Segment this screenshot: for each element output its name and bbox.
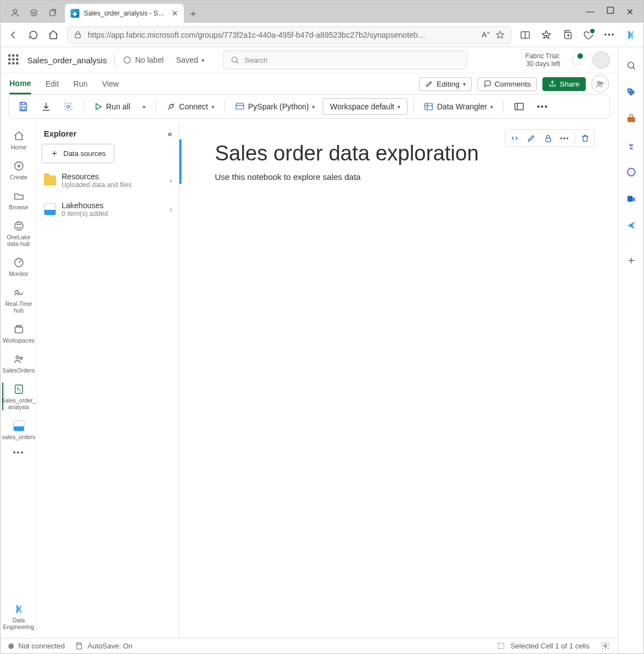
cell-toolbar: ••• <box>505 129 595 147</box>
environment-selector[interactable]: Workspace default ▾ <box>323 98 407 115</box>
add-sidebar-icon[interactable]: ＋ <box>625 254 637 266</box>
lakehouse-icon <box>44 203 56 215</box>
outlook-icon[interactable] <box>625 193 637 205</box>
search-icon[interactable] <box>625 59 637 72</box>
favorites-icon[interactable] <box>540 29 552 41</box>
new-tab-button[interactable]: ＋ <box>184 4 203 23</box>
split-screen-icon[interactable] <box>519 29 531 41</box>
run-all-button[interactable]: Run all <box>89 100 135 113</box>
site-info-icon[interactable] <box>73 31 82 39</box>
window-close-icon[interactable]: ✕ <box>626 7 633 17</box>
trial-progress-icon[interactable] <box>570 54 582 66</box>
autosave-status[interactable]: AutoSave: On <box>75 642 133 650</box>
rail-salesorders[interactable]: SalesOrders <box>2 349 36 377</box>
collections-icon[interactable] <box>561 29 573 41</box>
nav-refresh-icon[interactable] <box>27 29 39 41</box>
browser-address-bar: https://app.fabric.microsoft.com/groups/… <box>1 23 643 47</box>
chevron-down-icon: ▾ <box>202 57 204 63</box>
save-status[interactable]: · Saved ▾ <box>172 56 204 64</box>
rail-more[interactable]: ••• <box>2 446 36 459</box>
workspaces-browser-icon[interactable] <box>28 7 39 18</box>
tab-title: Sales_order_analysis - Synapse D <box>84 9 167 17</box>
rail-analysis[interactable]: Sales_order_ analysis <box>2 379 36 414</box>
rail-onelake[interactable]: OneLake data hub <box>2 216 36 250</box>
rail-monitor[interactable]: Monitor <box>2 253 36 280</box>
rail-realtime[interactable]: Real-Time hub <box>2 283 36 317</box>
language-selector[interactable]: PySpark (Python) ▾ <box>230 99 320 114</box>
ribbon-tab-edit[interactable]: Edit <box>46 73 59 94</box>
data-sources-button[interactable]: ＋ Data sources <box>42 144 114 163</box>
favorite-star-icon[interactable] <box>495 30 505 40</box>
nav-back-icon[interactable] <box>7 29 19 41</box>
rail-create[interactable]: Create <box>2 156 36 184</box>
svg-rect-1 <box>50 11 55 16</box>
app-launcher-icon[interactable] <box>8 54 19 66</box>
svg-rect-25 <box>498 643 504 649</box>
cell-code-toggle-icon[interactable] <box>507 131 522 145</box>
autosave-label: AutoSave: On <box>88 642 133 650</box>
reading-mode-icon[interactable]: A» <box>482 30 490 39</box>
rail-browse[interactable]: Browse <box>2 186 36 214</box>
comments-button[interactable]: Comments <box>477 77 537 91</box>
collaborators-button[interactable] <box>591 75 609 93</box>
url-input[interactable]: https://app.fabric.microsoft.com/groups/… <box>67 26 511 44</box>
ribbon-tab-home[interactable]: Home <box>9 73 31 94</box>
ribbon-tab-view[interactable]: View <box>102 73 119 94</box>
data-wrangler-button[interactable]: Data Wrangler ▾ <box>419 99 497 114</box>
nav-home-icon[interactable] <box>47 29 59 41</box>
tab-close-icon[interactable]: ✕ <box>172 9 178 18</box>
trial-status[interactable]: Fabric Trial: 30 days left <box>525 52 560 68</box>
rail-workspaces[interactable]: Workspaces <box>2 319 36 347</box>
ribbon-tab-run[interactable]: Run <box>73 73 88 94</box>
copilot-icon[interactable] <box>625 29 637 41</box>
user-avatar[interactable] <box>592 51 610 69</box>
office-icon[interactable] <box>625 166 637 178</box>
rail-browse-label: Browse <box>9 204 28 210</box>
tag-icon[interactable] <box>625 86 637 98</box>
environment-label: Workspace default <box>330 102 394 111</box>
markdown-cell[interactable]: ••• Sales order data exploration Use thi… <box>179 139 598 184</box>
shopping-icon[interactable] <box>625 113 637 125</box>
browser-health-icon[interactable] <box>582 29 595 41</box>
collapse-explorer-icon[interactable]: « <box>168 129 172 138</box>
profile-icon[interactable] <box>9 7 21 18</box>
table-icon <box>12 419 26 432</box>
toolbar-overflow-icon[interactable]: ••• <box>532 100 553 113</box>
window-maximize-icon[interactable] <box>607 7 614 17</box>
notebook-canvas[interactable]: ••• Sales order data exploration Use thi… <box>179 123 618 638</box>
cell-lock-icon[interactable] <box>540 131 556 145</box>
rail-persona-label: Data Engineering <box>2 617 36 630</box>
global-search-input[interactable]: Search <box>223 51 467 69</box>
download-button[interactable] <box>37 99 56 114</box>
plus-icon: ＋ <box>50 148 59 159</box>
plus-circle-icon <box>12 159 26 173</box>
sensitivity-label[interactable]: No label <box>123 56 163 64</box>
layout-button[interactable] <box>509 99 529 114</box>
run-all-dropdown[interactable]: ▾ <box>138 102 150 112</box>
rail-home[interactable]: Home <box>2 126 36 154</box>
language-label: PySpark (Python) <box>248 102 309 111</box>
status-settings-icon[interactable] <box>601 641 610 651</box>
connection-status[interactable]: Not connected <box>8 642 65 650</box>
cell-delete-icon[interactable] <box>577 131 593 145</box>
share-button[interactable]: Share <box>542 77 586 91</box>
save-notebook-button[interactable] <box>13 99 33 114</box>
svg-point-27 <box>628 62 634 68</box>
explorer-item-lakehouses[interactable]: Lakehouses 0 item(s) added › <box>42 198 174 221</box>
settings-button[interactable] <box>59 99 78 114</box>
rail-sales-orders-table[interactable]: sales_orders <box>2 416 36 444</box>
rail-realtime-label: Real-Time hub <box>2 300 36 314</box>
editing-mode-button[interactable]: Editing ▾ <box>419 77 471 91</box>
chess-icon[interactable] <box>625 139 637 152</box>
window-minimize-icon[interactable]: — <box>586 7 595 17</box>
connect-button[interactable]: Connect ▾ <box>162 99 219 114</box>
explorer-item-resources[interactable]: Resources Uploaded data and files › <box>42 169 174 192</box>
document-name[interactable]: Sales_order_analysis <box>27 56 107 65</box>
cell-more-icon[interactable]: ••• <box>557 131 572 145</box>
browser-tab-active[interactable]: ◆ Sales_order_analysis - Synapse D ✕ <box>65 4 184 23</box>
send-icon[interactable] <box>625 219 637 232</box>
cell-edit-icon[interactable] <box>524 131 539 145</box>
browser-menu-icon[interactable]: ••• <box>603 29 616 41</box>
tab-actions-icon[interactable] <box>47 7 58 18</box>
rail-persona[interactable]: Data Engineering <box>2 599 36 633</box>
